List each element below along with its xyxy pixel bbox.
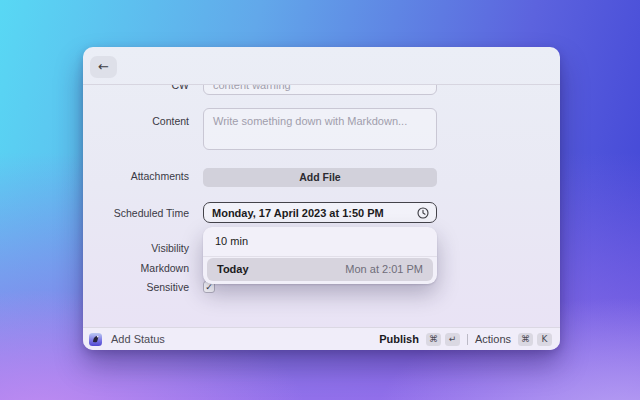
command-key[interactable]: ⌘ — [426, 333, 441, 346]
return-key[interactable]: ↵ — [445, 333, 460, 346]
command-key[interactable]: ⌘ — [518, 333, 533, 346]
cw-input[interactable] — [203, 85, 437, 95]
schedule-dropdown: 10 min Today Mon at 2:01 PM — [203, 227, 437, 284]
app-icon — [89, 333, 102, 346]
content-label: Content — [83, 114, 189, 128]
dropdown-option-detail: Mon at 2:01 PM — [345, 263, 423, 275]
dropdown-option-label: 10 min — [215, 235, 248, 247]
publish-button[interactable]: Publish — [379, 333, 419, 345]
k-key[interactable]: K — [537, 333, 552, 346]
dropdown-option-today[interactable]: Today Mon at 2:01 PM — [207, 258, 433, 281]
footer-group-divider — [467, 334, 468, 345]
footer-title: Add Status — [111, 333, 165, 345]
cw-label: CW — [83, 85, 189, 92]
back-button[interactable]: ← — [90, 56, 117, 78]
actions-group[interactable]: Actions ⌘ K — [475, 333, 552, 346]
footer-bar: Add Status Publish ⌘ ↵ Actions ⌘ K — [83, 327, 560, 350]
scheduled-time-input[interactable] — [203, 202, 437, 223]
clock-icon[interactable] — [417, 207, 429, 219]
dropdown-separator — [203, 256, 437, 257]
actions-button[interactable]: Actions — [475, 333, 511, 345]
sensitive-label: Sensitive — [83, 280, 189, 294]
scheduled-time-label: Scheduled Time — [83, 206, 189, 220]
visibility-label: Visibility — [83, 241, 189, 255]
dropdown-option-10min[interactable]: 10 min — [203, 227, 437, 256]
dropdown-option-label: Today — [217, 263, 249, 275]
add-file-button[interactable]: Add File — [203, 168, 437, 187]
titlebar: ← — [83, 47, 560, 84]
compose-form: CW Content Attachments Add File Schedule… — [83, 85, 560, 327]
publish-group[interactable]: Publish ⌘ ↵ — [379, 333, 460, 346]
content-input[interactable] — [203, 108, 437, 150]
compose-window: ← CW Content Attachments Add File Schedu… — [83, 47, 560, 350]
attachments-label: Attachments — [83, 169, 189, 183]
markdown-label: Markdown — [83, 261, 189, 275]
